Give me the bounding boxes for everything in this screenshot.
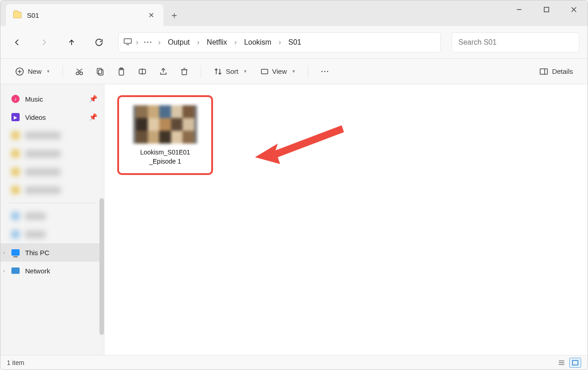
navigation-bar: › ··· › Output › Netflix › Lookism › S01 <box>0 26 588 59</box>
chevron-right-icon[interactable]: › <box>278 38 282 46</box>
scrollbar[interactable] <box>99 198 104 335</box>
pc-icon <box>11 249 20 256</box>
up-button[interactable] <box>63 34 80 51</box>
svg-rect-19 <box>182 70 187 75</box>
item-count: 1 item <box>7 359 24 366</box>
new-label: New <box>28 67 42 75</box>
network-icon <box>11 267 20 274</box>
sidebar-item-this-pc[interactable]: › This PC <box>0 243 104 262</box>
status-bar: 1 item <box>0 355 588 370</box>
new-tab-button[interactable]: ＋ <box>163 4 185 26</box>
separator <box>62 65 63 78</box>
back-button[interactable] <box>9 34 25 51</box>
file-item[interactable]: Lookism_S01E01_Episode 1 <box>117 95 213 175</box>
sidebar-item-videos[interactable]: ▶ Videos 📌 <box>0 108 104 126</box>
close-tab-button[interactable]: ✕ <box>146 9 156 21</box>
more-button[interactable]: ··· <box>316 63 335 80</box>
window-controls <box>505 0 588 26</box>
chevron-right-icon[interactable]: › <box>135 38 139 46</box>
sidebar-label: This PC <box>25 249 49 257</box>
sidebar-item-hidden[interactable]: hidden <box>0 225 104 243</box>
svg-rect-29 <box>572 360 578 365</box>
svg-rect-22 <box>261 69 268 74</box>
tab-title: S01 <box>27 11 141 19</box>
breadcrumb-segment[interactable]: Netflix <box>203 36 230 48</box>
sidebar-label: Videos <box>25 113 46 121</box>
share-button[interactable] <box>154 63 172 80</box>
list-view-button[interactable] <box>556 358 567 368</box>
sidebar-item-music[interactable]: ♪ Music 📌 <box>0 90 104 108</box>
separator <box>308 65 308 78</box>
monitor-icon <box>123 37 132 48</box>
expand-icon[interactable]: › <box>3 268 5 273</box>
copy-button[interactable] <box>91 63 109 80</box>
close-window-button[interactable] <box>560 0 588 19</box>
annotation-arrow <box>250 112 351 185</box>
details-pane-button[interactable]: Details <box>534 63 578 80</box>
chevron-right-icon[interactable]: › <box>196 38 200 46</box>
new-button[interactable]: New ▾ <box>10 63 55 80</box>
more-path-button[interactable]: ··· <box>142 38 154 46</box>
title-bar: S01 ✕ ＋ <box>0 0 588 26</box>
minimize-button[interactable] <box>505 0 533 19</box>
breadcrumb-segment[interactable]: S01 <box>285 36 305 48</box>
body: ♪ Music 📌 ▶ Videos 📌 hidden item hidden … <box>0 84 588 355</box>
refresh-button[interactable] <box>91 34 107 51</box>
search-input[interactable] <box>458 38 572 46</box>
icon-view-button[interactable] <box>569 358 581 368</box>
svg-rect-1 <box>544 7 549 12</box>
sidebar-label: Music <box>25 95 43 103</box>
maximize-button[interactable] <box>533 0 560 19</box>
address-bar[interactable]: › ··· › Output › Netflix › Lookism › S01 <box>118 32 441 52</box>
file-list[interactable]: Lookism_S01E01_Episode 1 <box>104 84 588 355</box>
sidebar-label: Network <box>25 267 50 275</box>
file-name: Lookism_S01E01_Episode 1 <box>140 148 190 166</box>
chevron-down-icon: ▾ <box>47 68 50 74</box>
svg-rect-23 <box>540 69 547 74</box>
details-label: Details <box>552 67 573 75</box>
navigation-pane: ♪ Music 📌 ▶ Videos 📌 hidden item hidden … <box>0 84 104 355</box>
sidebar-item-hidden[interactable]: hidden item <box>0 181 104 199</box>
cut-button[interactable] <box>70 63 88 80</box>
separator <box>201 65 201 78</box>
search-box[interactable] <box>452 32 579 52</box>
rename-button[interactable] <box>133 63 151 80</box>
forward-button[interactable] <box>36 34 52 51</box>
sort-button[interactable]: Sort ▾ <box>208 63 252 80</box>
window-tab[interactable]: S01 ✕ <box>6 4 163 26</box>
video-icon: ▶ <box>11 113 20 121</box>
separator <box>9 203 96 203</box>
sidebar-item-hidden[interactable]: hidden item <box>0 144 104 163</box>
video-thumbnail <box>133 105 197 144</box>
breadcrumb-segment[interactable]: Output <box>164 36 193 48</box>
delete-button[interactable] <box>175 63 193 80</box>
svg-rect-14 <box>97 68 102 74</box>
view-label: View <box>272 67 287 75</box>
toolbar: New ▾ Sort ▾ View ▾ ··· Details <box>0 59 588 84</box>
sidebar-item-network[interactable]: › Network <box>0 262 104 280</box>
sort-label: Sort <box>226 67 239 75</box>
sidebar-item-hidden[interactable]: hidden item <box>0 126 104 144</box>
pin-icon[interactable]: 📌 <box>89 113 98 121</box>
paste-button[interactable] <box>112 63 130 80</box>
sidebar-item-hidden[interactable]: hidden <box>0 207 104 225</box>
chevron-right-icon[interactable]: › <box>234 38 238 46</box>
view-button[interactable]: View ▾ <box>255 63 301 80</box>
folder-icon <box>13 12 21 18</box>
chevron-right-icon[interactable]: › <box>157 38 161 46</box>
svg-rect-4 <box>124 39 131 43</box>
chevron-down-icon: ▾ <box>292 68 295 74</box>
svg-rect-13 <box>99 70 103 75</box>
chevron-down-icon: ▾ <box>244 68 247 74</box>
music-icon: ♪ <box>11 95 20 103</box>
pin-icon[interactable]: 📌 <box>89 95 98 103</box>
breadcrumb-segment[interactable]: Lookism <box>240 36 275 48</box>
sidebar-item-hidden[interactable]: hidden item <box>0 163 104 181</box>
expand-icon[interactable]: › <box>3 250 5 255</box>
svg-marker-25 <box>255 125 344 164</box>
